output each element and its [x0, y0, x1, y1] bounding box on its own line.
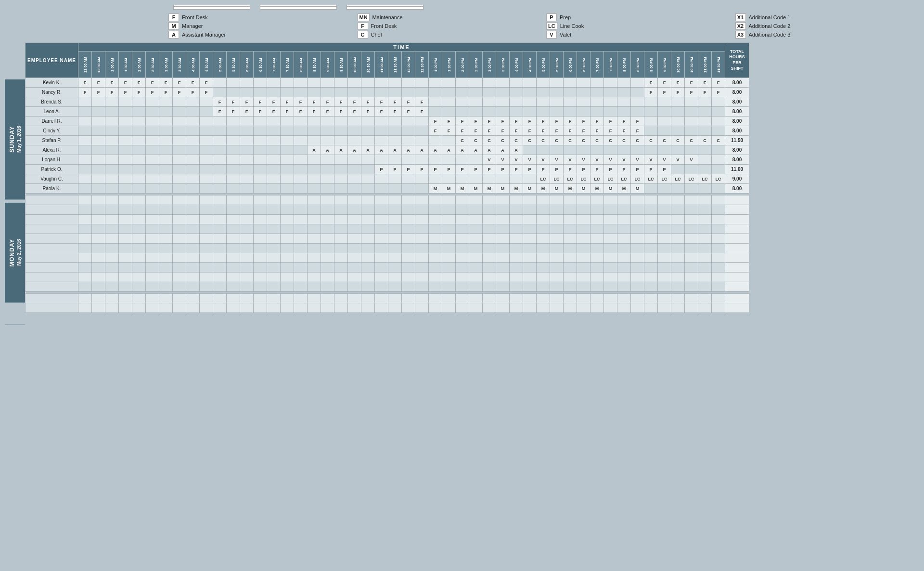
slot-5 [146, 165, 159, 174]
slot-42 [644, 282, 658, 292]
slot-36 [564, 282, 577, 292]
slot-12 [240, 117, 254, 126]
slot-9 [200, 234, 213, 244]
slot-15 [281, 303, 294, 313]
time-slot-header-35: 5:30 PM [550, 52, 564, 78]
slot-30 [483, 88, 496, 97]
slot-3 [119, 273, 132, 282]
slot-41 [631, 224, 644, 234]
slot-9 [200, 184, 213, 194]
slot-47: C [712, 136, 725, 145]
slot-17 [308, 234, 321, 244]
legend-code: X3 [735, 31, 746, 39]
slot-38 [590, 253, 604, 263]
slot-14: F [267, 97, 281, 107]
slot-32: F [510, 126, 523, 136]
slot-3 [119, 117, 132, 126]
slot-23: A [388, 145, 402, 155]
slot-16 [294, 205, 308, 215]
slot-42 [644, 234, 658, 244]
table-scroll-area[interactable]: EMPLOYEE NAMETIMETOTALHOURSPERSHIFT12:00… [25, 42, 919, 325]
slot-11 [227, 145, 240, 155]
slot-15 [281, 224, 294, 234]
slot-29 [469, 244, 483, 253]
slot-29 [469, 215, 483, 224]
table-row [26, 244, 749, 253]
slot-23 [388, 215, 402, 224]
slot-0 [78, 294, 92, 303]
legend-item: CChef [358, 31, 542, 39]
slot-42 [644, 253, 658, 263]
slot-0 [78, 107, 92, 117]
slot-13 [254, 282, 267, 292]
slot-16 [294, 244, 308, 253]
slot-12 [240, 205, 254, 215]
slot-45 [685, 97, 698, 107]
slot-9 [200, 263, 213, 273]
slot-37 [577, 282, 590, 292]
slot-39: P [604, 165, 617, 174]
slot-46 [698, 303, 712, 313]
slot-5 [146, 184, 159, 194]
slot-2 [105, 303, 119, 313]
slot-6 [159, 107, 173, 117]
slot-25 [415, 215, 429, 224]
slot-34 [537, 282, 550, 292]
slot-13 [254, 224, 267, 234]
slot-47: LC [712, 174, 725, 184]
slot-41 [631, 97, 644, 107]
slot-12 [240, 184, 254, 194]
slot-43 [658, 107, 671, 117]
slot-23: F [388, 97, 402, 107]
slot-32 [510, 294, 523, 303]
slot-10 [213, 88, 227, 97]
slot-19 [334, 253, 348, 263]
slot-44 [671, 117, 685, 126]
slot-17 [308, 155, 321, 165]
slot-15: F [281, 107, 294, 117]
total-hours-cell: 8.00 [725, 155, 749, 165]
slot-8 [186, 294, 200, 303]
slot-38: M [590, 184, 604, 194]
slot-3 [119, 155, 132, 165]
slot-31: F [496, 117, 510, 126]
time-slot-header-41: 8:30 PM [631, 52, 644, 78]
slot-1 [92, 273, 105, 282]
slot-17 [308, 244, 321, 253]
slot-10: F [213, 97, 227, 107]
slot-6 [159, 282, 173, 292]
slot-33 [523, 253, 537, 263]
legend-label: Additional Code 1 [749, 14, 791, 20]
slot-32 [510, 273, 523, 282]
slot-17 [308, 205, 321, 215]
slot-40 [617, 215, 631, 224]
employee-name-cell: Logan H. [26, 155, 78, 165]
slot-26 [429, 273, 442, 282]
slot-36: V [564, 155, 577, 165]
slot-4 [132, 184, 146, 194]
slot-46 [698, 282, 712, 292]
slot-0 [78, 145, 92, 155]
slot-27 [442, 155, 456, 165]
slot-47 [712, 195, 725, 205]
slot-24 [402, 273, 415, 282]
slot-22 [375, 195, 388, 205]
slot-36: C [564, 136, 577, 145]
slot-32: M [510, 184, 523, 194]
slot-8: F [186, 88, 200, 97]
slot-39 [604, 88, 617, 97]
slot-34 [537, 145, 550, 155]
slot-3 [119, 165, 132, 174]
slot-29 [469, 174, 483, 184]
total-hours-cell: 8.00 [725, 184, 749, 194]
total-hours-cell: 11.50 [725, 136, 749, 145]
slot-41 [631, 303, 644, 313]
slot-23 [388, 263, 402, 273]
slot-9 [200, 224, 213, 234]
slot-27: P [442, 165, 456, 174]
slot-33: P [523, 165, 537, 174]
slot-37 [577, 234, 590, 244]
slot-46 [698, 273, 712, 282]
slot-23 [388, 205, 402, 215]
slot-38 [590, 234, 604, 244]
